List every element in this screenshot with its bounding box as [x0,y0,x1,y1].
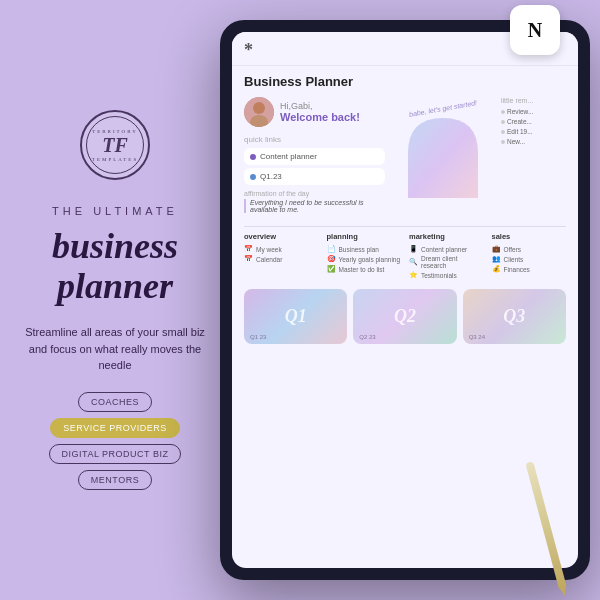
nav-calendar[interactable]: 📅 Calendar [244,255,319,263]
nav-section: overview 📅 My week 📅 Calendar planning [244,232,566,281]
greeting-hi: Hi,Gabi, [280,101,360,111]
people-icon: 👥 [492,255,501,263]
logo-circle: TERRITORY TF TEMPLATES [80,110,150,180]
user-greeting: Hi,Gabi, Welcome back! [244,97,385,127]
tag-mentors[interactable]: MENTORS [78,470,152,490]
greeting-text: Hi,Gabi, Welcome back! [280,101,360,123]
ql-dot-purple [250,154,256,160]
nav-col-sales: sales 💼 Offers 👥 Clients 💰 Finances [492,232,567,281]
q2-card[interactable]: Q2 Q2 23 [353,289,456,344]
divider [244,226,566,227]
briefcase-icon: 💼 [492,245,501,253]
notion-sticker: N [510,5,560,55]
q2-label: Q2 [394,306,416,327]
affirmation-label: affirmation of the day [244,190,385,197]
affirmation-text: Everything I need to be successful is av… [244,199,385,213]
nav-content-planner[interactable]: 📱 Content planner [409,245,484,253]
nav-finances[interactable]: 💰 Finances [492,265,567,273]
star-icon: ⭐ [409,271,418,279]
nav-overview-title: overview [244,232,319,241]
quick-link-q123[interactable]: Q1.23 [244,168,385,185]
nav-yearly-goals[interactable]: 🎯 Yearly goals planning [327,255,402,263]
logo-bot-text: TEMPLATES [92,157,138,162]
phone-icon: 📱 [409,245,418,253]
quick-links-label: quick links [244,135,385,144]
lr-item-3: Edit 19... [501,128,566,135]
logo-inner: TERRITORY TF TEMPLATES [86,116,144,174]
app-main-content: Business Planner [232,66,578,568]
nav-dream-client[interactable]: 🔍 Dream client research [409,255,484,269]
nav-offers[interactable]: 💼 Offers [492,245,567,253]
tablet-wrapper: N * Business Planner [220,20,600,600]
business-planner-title: business planner [52,227,178,306]
little-reminders-panel: little rem... Review... Create... Edit 1… [501,97,566,213]
asterisk-icon: * [244,40,253,61]
svg-point-3 [253,102,265,114]
tag-service-providers[interactable]: SERVICE PROVIDERS [50,418,179,438]
nav-testimonials[interactable]: ⭐ Testimonials [409,271,484,279]
target-icon: 🎯 [327,255,336,263]
calendar-icon: 📅 [244,245,253,253]
user-quicklinks-panel: Hi,Gabi, Welcome back! quick links Conte… [244,97,385,213]
tablet-screen: * Business Planner [232,32,578,568]
nav-sales-title: sales [492,232,567,241]
money-icon: 💰 [492,265,501,273]
pencil-tip [558,585,568,597]
avatar [244,97,274,127]
q3-card[interactable]: Q3 Q3 24 [463,289,566,344]
left-panel: TERRITORY TF TEMPLATES THE ULTIMATE busi… [0,0,230,600]
search-icon: 🔍 [409,258,418,266]
q1-number: Q1 23 [250,334,266,340]
logo-monogram: TF [102,134,128,157]
nav-planning-title: planning [327,232,402,241]
audience-tags: COACHES SERVICE PROVIDERS DIGITAL PRODUC… [20,392,210,490]
quarter-cards: Q1 Q1 23 Q2 Q2 23 Q3 Q3 24 [244,289,566,344]
q1-card[interactable]: Q1 Q1 23 [244,289,347,344]
nav-business-plan[interactable]: 📄 Business plan [327,245,402,253]
lr-item-4: New... [501,138,566,145]
q3-label: Q3 [503,306,525,327]
tagline-the-ultimate: THE ULTIMATE [52,205,178,217]
arch-svg [398,113,488,198]
affirmation-section: affirmation of the day Everything I need… [244,190,385,213]
q1-label: Q1 [285,306,307,327]
top-section: Hi,Gabi, Welcome back! quick links Conte… [244,97,566,213]
nav-col-overview: overview 📅 My week 📅 Calendar [244,232,319,281]
lr-title: little rem... [501,97,566,104]
greeting-welcome: Welcome back! [280,111,360,123]
calendar2-icon: 📅 [244,255,253,263]
ql-dot-blue [250,174,256,180]
tag-coaches[interactable]: COACHES [78,392,152,412]
nav-marketing-title: marketing [409,232,484,241]
lr-item-1: Review... [501,108,566,115]
tablet-device: N * Business Planner [220,20,590,580]
nav-col-planning: planning 📄 Business plan 🎯 Yearly goals … [327,232,402,281]
check-icon: ✅ [327,265,336,273]
doc-icon: 📄 [327,245,336,253]
arch-decoration: babe, let's get started! [393,97,493,213]
nav-master-todo[interactable]: ✅ Master to do list [327,265,402,273]
nav-clients[interactable]: 👥 Clients [492,255,567,263]
svg-text:N: N [528,19,543,41]
app-title: Business Planner [244,74,566,89]
q2-number: Q2 23 [359,334,375,340]
lr-item-2: Create... [501,118,566,125]
nav-my-week[interactable]: 📅 My week [244,245,319,253]
nav-col-marketing: marketing 📱 Content planner 🔍 Dream clie… [409,232,484,281]
q3-number: Q3 24 [469,334,485,340]
description-text: Streamline all areas of your small biz a… [20,324,210,374]
quick-link-content-planner[interactable]: Content planner [244,148,385,165]
tag-digital-product[interactable]: DIGITAL PRODUCT BIZ [49,444,182,464]
